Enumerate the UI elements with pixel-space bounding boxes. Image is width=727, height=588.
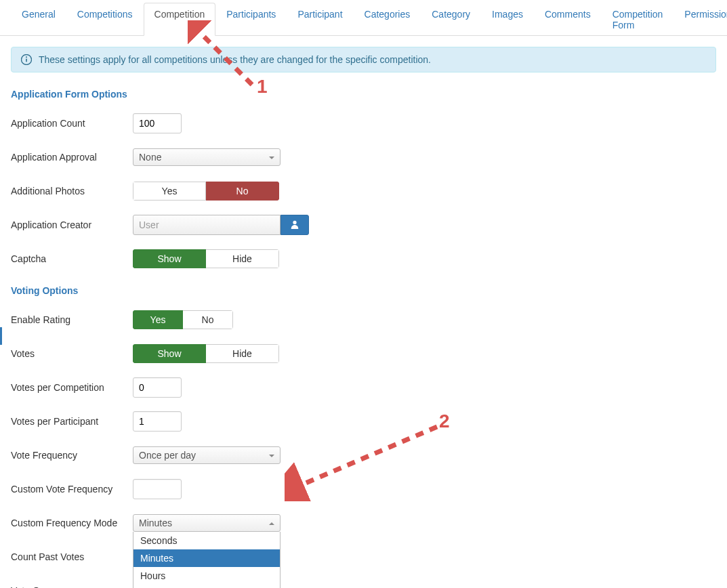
tab-images[interactable]: Images <box>481 3 534 36</box>
votes-per-competition-input[interactable] <box>133 377 182 398</box>
tab-category[interactable]: Category <box>421 3 481 36</box>
vote-frequency-select[interactable]: Once per day <box>133 446 281 464</box>
additional-photos-yes[interactable]: Yes <box>133 182 206 201</box>
user-icon <box>290 219 299 231</box>
section-voting-options: Voting Options <box>11 285 716 296</box>
captcha-show[interactable]: Show <box>133 249 206 268</box>
chevron-down-icon <box>269 450 274 461</box>
custom-frequency-mode-label: Custom Frequency Mode <box>11 518 133 528</box>
tab-bar: General Competitions Competition Partici… <box>0 0 727 36</box>
section-application-form: Application Form Options <box>11 89 716 100</box>
chevron-down-icon <box>269 152 274 163</box>
tab-general[interactable]: General <box>11 3 66 36</box>
additional-photos-label: Additional Photos <box>11 186 133 196</box>
option-minutes[interactable]: Minutes <box>133 549 280 567</box>
tab-competitions[interactable]: Competitions <box>66 3 144 36</box>
votes-per-participant-label: Votes per Participant <box>11 416 133 427</box>
votes-show[interactable]: Show <box>133 344 206 363</box>
votes-hide[interactable]: Hide <box>206 344 279 363</box>
option-seconds[interactable]: Seconds <box>133 532 280 549</box>
option-hours[interactable]: Hours <box>133 567 280 585</box>
svg-point-2 <box>26 56 27 58</box>
tab-competition-form[interactable]: Competition Form <box>602 3 674 36</box>
captcha-label: Captcha <box>11 253 133 264</box>
custom-frequency-mode-options: Seconds Minutes Hours Days <box>133 532 281 588</box>
count-past-votes-label: Count Past Votes <box>11 551 133 562</box>
custom-vote-frequency-input[interactable] <box>133 479 182 499</box>
application-creator-field[interactable]: User <box>133 215 281 235</box>
tab-participant[interactable]: Participant <box>287 3 353 36</box>
option-days[interactable]: Days <box>133 585 280 588</box>
alert-text: These settings apply for all competition… <box>39 54 431 65</box>
application-approval-select[interactable]: None <box>133 148 281 166</box>
vote-own-label: Vote Own <box>11 585 133 588</box>
tab-categories[interactable]: Categories <box>354 3 421 36</box>
application-count-label: Application Count <box>11 118 133 129</box>
vote-frequency-value: Once per day <box>139 450 196 461</box>
info-alert: These settings apply for all competition… <box>11 47 716 72</box>
info-icon <box>21 54 32 65</box>
enable-rating-no[interactable]: No <box>183 310 233 329</box>
custom-frequency-mode-select[interactable]: Minutes <box>133 514 281 532</box>
custom-vote-frequency-label: Custom Vote Frequency <box>11 484 133 495</box>
vote-frequency-label: Vote Frequency <box>11 450 133 461</box>
svg-rect-1 <box>26 59 27 62</box>
votes-per-participant-input[interactable] <box>133 411 182 432</box>
application-approval-value: None <box>139 152 161 163</box>
user-picker-button[interactable] <box>281 215 309 235</box>
votes-per-competition-label: Votes per Competition <box>11 382 133 393</box>
votes-label: Votes <box>11 348 133 359</box>
tab-comments[interactable]: Comments <box>534 3 602 36</box>
application-count-input[interactable] <box>133 113 182 133</box>
custom-frequency-mode-value: Minutes <box>139 518 172 528</box>
additional-photos-no[interactable]: No <box>206 182 279 201</box>
tab-permissions[interactable]: Permissions <box>673 3 727 36</box>
application-creator-label: Application Creator <box>11 219 133 230</box>
svg-point-3 <box>293 220 296 224</box>
chevron-up-icon <box>269 518 274 528</box>
enable-rating-yes[interactable]: Yes <box>133 310 183 329</box>
tab-participants[interactable]: Participants <box>215 3 287 36</box>
tab-competition[interactable]: Competition <box>144 3 216 36</box>
application-approval-label: Application Approval <box>11 152 133 163</box>
enable-rating-label: Enable Rating <box>11 314 133 325</box>
active-indicator <box>0 327 2 345</box>
captcha-hide[interactable]: Hide <box>206 249 279 268</box>
